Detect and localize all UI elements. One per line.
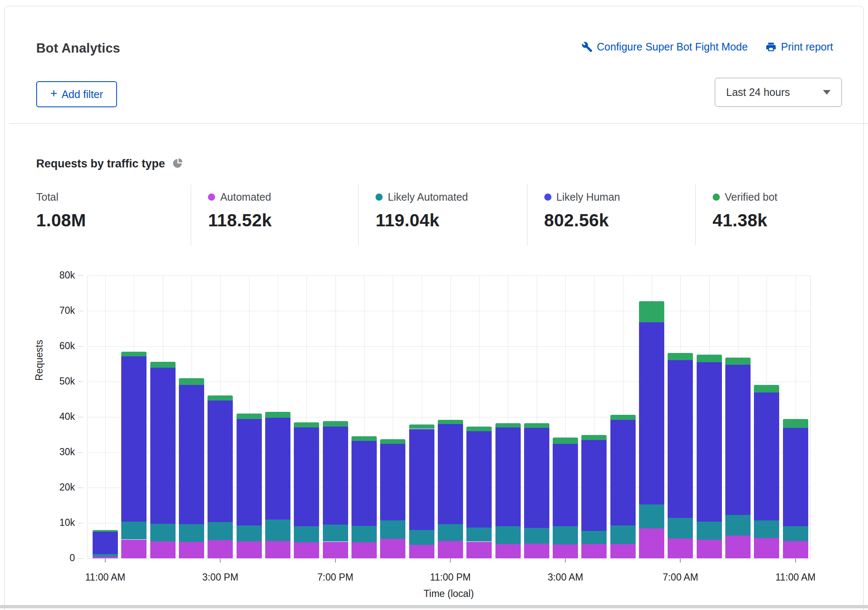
bar-segment-likely-human[interactable] xyxy=(150,368,176,523)
bar-segment-verified-bot[interactable] xyxy=(754,385,779,393)
bar-segment-verified-bot[interactable] xyxy=(380,439,405,444)
bar-segment-likely-automated[interactable] xyxy=(237,525,262,541)
bar-segment-verified-bot[interactable] xyxy=(237,414,262,419)
bar-segment-likely-automated[interactable] xyxy=(725,515,751,536)
bar-segment-likely-human[interactable] xyxy=(553,444,578,527)
bar-segment-verified-bot[interactable] xyxy=(553,438,578,444)
bar-segment-likely-human[interactable] xyxy=(697,362,722,522)
bar-segment-likely-automated[interactable] xyxy=(524,528,549,544)
bar-segment-automated[interactable] xyxy=(121,540,146,559)
bar-segment-likely-automated[interactable] xyxy=(150,524,176,541)
bar-segment-verified-bot[interactable] xyxy=(610,415,636,420)
bar-segment-automated[interactable] xyxy=(495,544,521,558)
bar-segment-verified-bot[interactable] xyxy=(93,530,118,532)
bar-segment-automated[interactable] xyxy=(179,542,204,559)
bar-segment-verified-bot[interactable] xyxy=(323,421,348,427)
bar-segment-likely-automated[interactable] xyxy=(581,531,607,544)
bar-segment-automated[interactable] xyxy=(351,542,377,558)
bar-segment-automated[interactable] xyxy=(380,539,405,558)
bar-segment-automated[interactable] xyxy=(783,541,808,558)
bar-segment-likely-human[interactable] xyxy=(668,360,693,518)
bar-segment-verified-bot[interactable] xyxy=(150,362,176,368)
bar-segment-likely-automated[interactable] xyxy=(553,526,578,544)
bar-segment-automated[interactable] xyxy=(725,536,751,558)
bar-segment-automated[interactable] xyxy=(697,540,722,558)
bar-segment-verified-bot[interactable] xyxy=(179,378,204,385)
bar-segment-automated[interactable] xyxy=(438,541,463,558)
bar-segment-automated[interactable] xyxy=(409,545,434,558)
bar-segment-likely-human[interactable] xyxy=(610,420,636,525)
bar-segment-automated[interactable] xyxy=(639,528,664,558)
bar-segment-likely-human[interactable] xyxy=(323,427,348,525)
time-range-dropdown[interactable]: Last 24 hours xyxy=(715,78,842,107)
bar-segment-verified-bot[interactable] xyxy=(495,423,521,427)
bar-segment-likely-human[interactable] xyxy=(294,427,319,526)
bar-segment-likely-human[interactable] xyxy=(639,322,664,504)
bar-segment-automated[interactable] xyxy=(237,541,262,558)
bar-segment-likely-automated[interactable] xyxy=(438,524,463,541)
bar-segment-verified-bot[interactable] xyxy=(697,355,722,362)
bar-segment-likely-automated[interactable] xyxy=(380,520,405,539)
bar-segment-verified-bot[interactable] xyxy=(351,436,377,441)
bar-segment-likely-human[interactable] xyxy=(351,441,377,526)
bar-segment-verified-bot[interactable] xyxy=(783,419,808,428)
bar-segment-likely-automated[interactable] xyxy=(697,522,722,540)
bar-segment-likely-automated[interactable] xyxy=(495,526,521,544)
bar-segment-verified-bot[interactable] xyxy=(725,358,751,365)
bar-segment-likely-human[interactable] xyxy=(438,424,463,525)
bar-segment-likely-automated[interactable] xyxy=(639,504,664,528)
bar-segment-automated[interactable] xyxy=(294,542,319,558)
bar-segment-likely-human[interactable] xyxy=(581,440,607,531)
bar-segment-likely-human[interactable] xyxy=(466,431,492,528)
add-filter-button[interactable]: + Add filter xyxy=(36,81,117,107)
bar-segment-automated[interactable] xyxy=(668,538,693,558)
bar-segment-likely-human[interactable] xyxy=(754,393,779,520)
bar-segment-automated[interactable] xyxy=(150,541,176,558)
bar-segment-likely-human[interactable] xyxy=(783,428,808,526)
bar-segment-verified-bot[interactable] xyxy=(524,423,549,428)
bar-segment-likely-automated[interactable] xyxy=(754,520,779,538)
bar-segment-verified-bot[interactable] xyxy=(121,352,146,356)
print-report-link[interactable]: Print report xyxy=(765,41,833,53)
bar-segment-automated[interactable] xyxy=(610,544,636,558)
bar-segment-verified-bot[interactable] xyxy=(208,395,233,400)
bar-segment-automated[interactable] xyxy=(93,557,118,558)
bar-segment-likely-human[interactable] xyxy=(93,532,118,554)
bar-segment-automated[interactable] xyxy=(553,544,578,558)
bar-segment-automated[interactable] xyxy=(754,538,779,558)
bar-segment-automated[interactable] xyxy=(466,542,492,559)
bar-segment-likely-automated[interactable] xyxy=(294,526,319,542)
bar-segment-likely-automated[interactable] xyxy=(265,520,290,541)
bar-segment-verified-bot[interactable] xyxy=(639,301,664,322)
bar-segment-verified-bot[interactable] xyxy=(581,435,607,440)
bar-segment-likely-automated[interactable] xyxy=(610,525,636,544)
bar-segment-automated[interactable] xyxy=(524,544,549,558)
bar-segment-likely-automated[interactable] xyxy=(668,518,693,538)
bar-segment-verified-bot[interactable] xyxy=(466,427,492,431)
bar-segment-automated[interactable] xyxy=(265,541,290,558)
bar-segment-likely-automated[interactable] xyxy=(121,522,146,540)
bar-segment-likely-human[interactable] xyxy=(179,385,204,525)
bar-segment-likely-automated[interactable] xyxy=(323,525,348,541)
bar-segment-likely-human[interactable] xyxy=(265,418,290,520)
bar-segment-likely-human[interactable] xyxy=(495,427,521,526)
bar-segment-verified-bot[interactable] xyxy=(265,412,290,417)
bar-segment-automated[interactable] xyxy=(208,540,233,558)
bar-segment-automated[interactable] xyxy=(581,544,607,558)
bar-segment-likely-automated[interactable] xyxy=(351,526,377,543)
bar-segment-likely-human[interactable] xyxy=(208,400,233,522)
bar-segment-likely-automated[interactable] xyxy=(179,524,204,541)
bar-segment-likely-automated[interactable] xyxy=(783,526,808,541)
bar-segment-likely-human[interactable] xyxy=(725,365,751,515)
bar-segment-likely-human[interactable] xyxy=(409,429,434,530)
bar-segment-verified-bot[interactable] xyxy=(294,422,319,428)
bar-segment-verified-bot[interactable] xyxy=(409,424,434,429)
bar-segment-likely-human[interactable] xyxy=(524,428,549,528)
bar-segment-likely-human[interactable] xyxy=(380,444,405,520)
bar-segment-likely-automated[interactable] xyxy=(466,528,492,542)
bar-segment-verified-bot[interactable] xyxy=(668,353,693,360)
bar-segment-verified-bot[interactable] xyxy=(438,420,463,424)
bar-segment-likely-human[interactable] xyxy=(121,356,146,521)
configure-super-bot-fight-mode-link[interactable]: Configure Super Bot Fight Mode xyxy=(581,41,748,53)
bar-segment-likely-human[interactable] xyxy=(237,419,262,525)
